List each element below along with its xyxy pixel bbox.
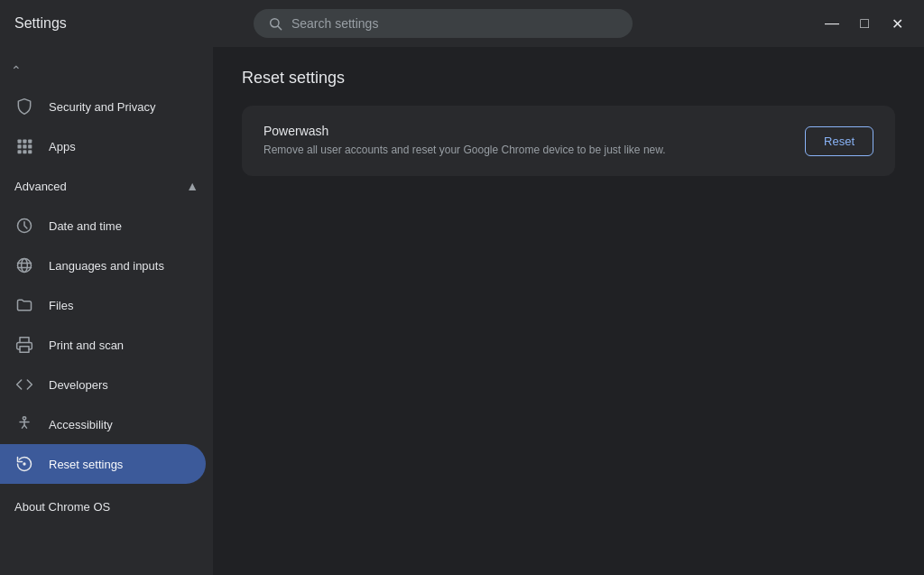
sidebar-item-accessibility[interactable]: Accessibility bbox=[0, 404, 206, 444]
clock-icon bbox=[14, 217, 34, 235]
advanced-section-header[interactable]: Advanced ▲ bbox=[0, 166, 213, 206]
search-input[interactable] bbox=[291, 16, 618, 31]
content-area: Reset settings Powerwash Remove all user… bbox=[213, 47, 924, 575]
close-button[interactable]: ✕ bbox=[884, 11, 910, 36]
svg-rect-4 bbox=[28, 140, 32, 144]
svg-line-1 bbox=[278, 26, 282, 30]
svg-rect-10 bbox=[28, 150, 32, 153]
code-icon bbox=[14, 376, 34, 394]
sidebar-item-print-scan-label: Print and scan bbox=[49, 339, 124, 352]
svg-rect-2 bbox=[18, 140, 22, 144]
powerwash-info: Powerwash Remove all user accounts and r… bbox=[263, 124, 790, 158]
svg-rect-3 bbox=[23, 140, 26, 144]
sidebar-item-languages[interactable]: Languages and inputs bbox=[0, 246, 206, 285]
sidebar-item-date-time-label: Date and time bbox=[49, 219, 122, 233]
apps-icon bbox=[14, 137, 34, 155]
svg-rect-8 bbox=[18, 150, 22, 153]
printer-icon bbox=[14, 336, 34, 354]
sidebar: ⌃ Security and Privacy bbox=[0, 47, 213, 575]
page-title: Reset settings bbox=[242, 69, 895, 88]
sidebar-item-security-label: Security and Privacy bbox=[49, 100, 156, 114]
svg-point-19 bbox=[23, 462, 25, 465]
app-title: Settings bbox=[14, 15, 67, 32]
svg-point-17 bbox=[23, 417, 25, 420]
sidebar-item-files[interactable]: Files bbox=[0, 285, 206, 325]
about-chrome-os-label: About Chrome OS bbox=[14, 500, 110, 514]
maximize-button[interactable]: □ bbox=[852, 11, 877, 36]
sidebar-item-print-scan[interactable]: Print and scan bbox=[0, 325, 206, 365]
search-icon bbox=[268, 16, 282, 31]
shield-icon bbox=[14, 97, 34, 116]
globe-icon bbox=[14, 256, 34, 274]
sidebar-item-developers-label: Developers bbox=[49, 378, 108, 392]
sidebar-item-apps[interactable]: Apps bbox=[0, 126, 206, 166]
search-center bbox=[81, 9, 805, 38]
powerwash-card: Powerwash Remove all user accounts and r… bbox=[242, 106, 895, 176]
sidebar-item-accessibility-label: Accessibility bbox=[49, 418, 113, 431]
sidebar-item-developers[interactable]: Developers bbox=[0, 365, 206, 404]
sidebar-item-date-time[interactable]: Date and time bbox=[0, 206, 206, 246]
powerwash-description: Remove all user accounts and reset your … bbox=[263, 142, 790, 158]
sidebar-item-languages-label: Languages and inputs bbox=[49, 259, 164, 273]
minimize-button[interactable]: — bbox=[819, 11, 845, 36]
accessibility-icon bbox=[14, 415, 34, 433]
folder-icon bbox=[14, 296, 34, 314]
about-section[interactable]: About Chrome OS bbox=[0, 487, 213, 525]
powerwash-title: Powerwash bbox=[263, 124, 790, 138]
svg-rect-6 bbox=[23, 144, 26, 148]
sidebar-item-files-label: Files bbox=[49, 299, 73, 312]
svg-rect-5 bbox=[18, 144, 22, 148]
sidebar-item-reset-label: Reset settings bbox=[49, 458, 123, 471]
sidebar-item-security[interactable]: Security and Privacy bbox=[0, 87, 206, 126]
svg-point-12 bbox=[18, 259, 32, 273]
svg-point-13 bbox=[22, 259, 28, 273]
main-layout: ⌃ Security and Privacy bbox=[0, 47, 924, 575]
window-controls: — □ ✕ bbox=[819, 11, 910, 36]
svg-rect-16 bbox=[20, 347, 29, 353]
advanced-arrow-icon: ▲ bbox=[186, 179, 199, 193]
sidebar-collapsed-hint[interactable]: ⌃ bbox=[0, 54, 206, 87]
top-bar: Settings — □ ✕ bbox=[0, 0, 924, 47]
sidebar-item-apps-label: Apps bbox=[49, 140, 76, 153]
reset-icon bbox=[14, 455, 34, 473]
svg-rect-9 bbox=[23, 150, 26, 153]
advanced-label: Advanced bbox=[14, 180, 67, 193]
powerwash-reset-button[interactable]: Reset bbox=[805, 126, 873, 156]
svg-rect-7 bbox=[28, 144, 32, 148]
sidebar-item-reset[interactable]: Reset settings bbox=[0, 444, 206, 484]
search-box bbox=[254, 9, 633, 38]
